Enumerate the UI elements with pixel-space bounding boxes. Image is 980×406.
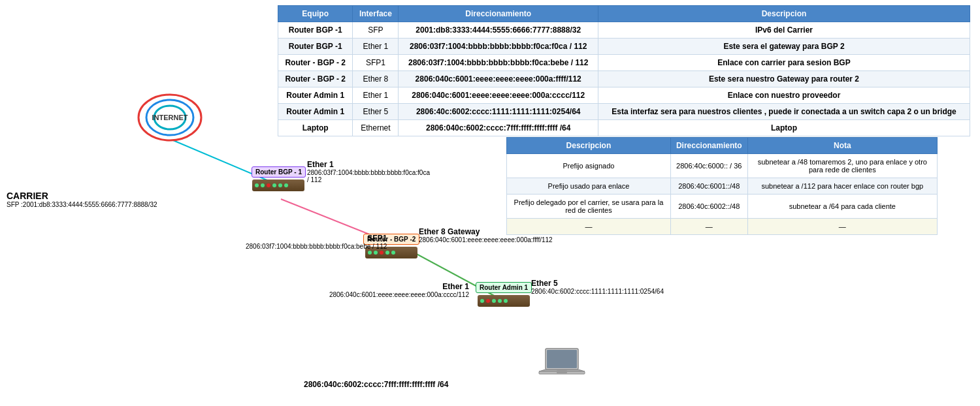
svg-text:INTERNET: INTERNET xyxy=(152,114,188,121)
table-cell-4-3: Enlace con nuestro proveedor xyxy=(598,87,970,104)
second-table: Descripcion Direccionamiento Nota Prefij… xyxy=(506,137,938,235)
svg-rect-11 xyxy=(557,370,567,373)
second-table-cell-0-1: 2806:40c:6000:: / 36 xyxy=(670,154,747,178)
table-cell-1-3: Este sera el gateway para BGP 2 xyxy=(598,39,970,55)
cloud-svg: INTERNET xyxy=(134,91,206,144)
network-diagram: INTERNET CARRIER SFP :2001:db8:3333:4444… xyxy=(0,0,510,406)
table-cell-3-3: Este sera nuestro Gateway para router 2 xyxy=(598,71,970,87)
svg-rect-9 xyxy=(547,350,577,368)
col-header-descripcion: Descripcion xyxy=(598,6,970,22)
col2-header-desc: Descripcion xyxy=(507,138,671,154)
laptop-icon xyxy=(536,345,588,386)
second-table-row: Prefijo asignado2806:40c:6000:: / 36subn… xyxy=(507,154,938,178)
router-bgp1: Router BGP - 1 Ether 1 2806:03f7:1004:bb… xyxy=(252,166,306,191)
carrier-label: CARRIER SFP :2001:db8:3333:4444:5555:666… xyxy=(7,191,157,208)
second-table-row: ——— xyxy=(507,219,938,235)
laptop-ip-label: 2806:040c:6002:cccc:7fff:ffff:ffff:ffff … xyxy=(304,380,448,389)
second-table-cell-0-0: Prefijo asignado xyxy=(507,154,671,178)
second-table-cell-2-2: subnetear a /64 para cada cliente xyxy=(747,195,937,219)
second-table-cell-0-2: subnetear a /48 tomaremos 2, uno para en… xyxy=(747,154,937,178)
table-cell-6-3: Laptop xyxy=(598,120,970,136)
second-table-cell-3-1: — xyxy=(670,219,747,235)
router-admin1: Router Admin 1 Ether 1 2806:040c:6001:ee… xyxy=(476,282,532,307)
table-cell-5-3: Esta interfaz sera para nuestros cliente… xyxy=(598,104,970,120)
table-cell-0-3: IPv6 del Carrier xyxy=(598,22,970,39)
router-bgp2: Router - BGP -2 SFP1 2806:03f7:1004:bbbb… xyxy=(363,234,419,258)
second-table-cell-1-0: Prefijo usado para enlace xyxy=(507,178,671,195)
second-table-cell-2-1: 2806:40c:6002::/48 xyxy=(670,195,747,219)
table-cell-2-3: Enlace con carrier para sesion BGP xyxy=(598,55,970,71)
second-table-row: Prefijo usado para enlace2806:40c:6001::… xyxy=(507,178,938,195)
col2-header-nota: Nota xyxy=(747,138,937,154)
col2-header-dir: Direccionamiento xyxy=(670,138,747,154)
second-table-row: Prefijo delegado por el carrier, se usar… xyxy=(507,195,938,219)
second-table-cell-3-2: — xyxy=(747,219,937,235)
second-table-cell-1-1: 2806:40c:6001::/48 xyxy=(670,178,747,195)
second-table-cell-1-2: subnetear a /112 para hacer enlace con r… xyxy=(747,178,937,195)
internet-cloud: INTERNET xyxy=(131,85,209,150)
second-table-cell-2-0: Prefijo delegado por el carrier, se usar… xyxy=(507,195,671,219)
